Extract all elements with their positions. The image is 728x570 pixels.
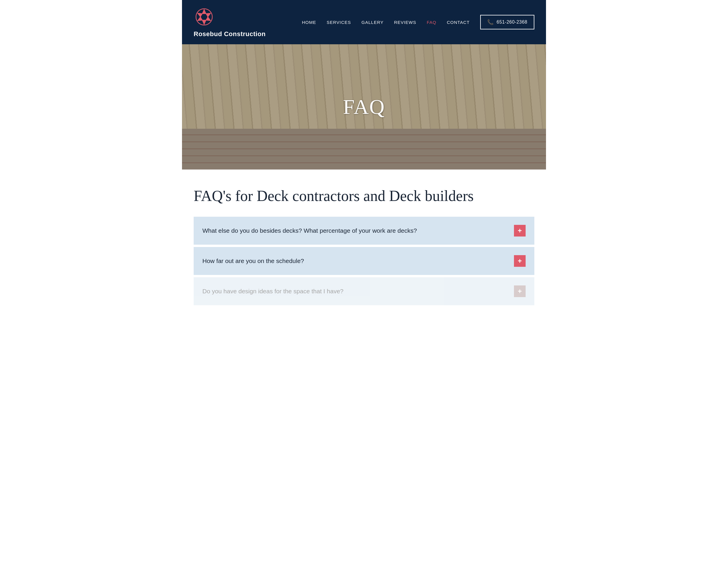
faq-question-2: How far out are you on the schedule?: [203, 258, 304, 264]
site-header: Rosebud Construction HOME SERVICES GALLE…: [182, 0, 546, 44]
nav-faq[interactable]: FAQ: [427, 20, 436, 25]
header-left: Rosebud Construction: [194, 6, 266, 38]
phone-number: 651-260-2368: [496, 19, 527, 25]
section-title: FAQ's for Deck contractors and Deck buil…: [194, 187, 534, 205]
faq-question-3: Do you have design ideas for the space t…: [203, 288, 344, 295]
nav-gallery[interactable]: GALLERY: [361, 20, 383, 25]
hero-section: FAQ: [182, 44, 546, 170]
faq-toggle-1[interactable]: +: [514, 225, 525, 237]
faq-question-1: What else do you do besides decks? What …: [203, 227, 417, 234]
faq-item-2[interactable]: How far out are you on the schedule? +: [194, 247, 534, 275]
nav-home[interactable]: HOME: [302, 20, 316, 25]
nav-services[interactable]: SERVICES: [327, 20, 351, 25]
hero-title: FAQ: [343, 95, 385, 119]
faq-toggle-2[interactable]: +: [514, 255, 525, 267]
faq-list: What else do you do besides decks? What …: [194, 217, 534, 305]
brand-name: Rosebud Construction: [194, 30, 266, 38]
svg-point-0: [201, 14, 207, 20]
faq-item-1[interactable]: What else do you do besides decks? What …: [194, 217, 534, 245]
hero-overlay: FAQ: [182, 44, 546, 170]
logo-icon: [194, 6, 215, 27]
phone-icon: 📞: [487, 19, 494, 25]
main-content: FAQ's for Deck contractors and Deck buil…: [182, 170, 546, 317]
nav-reviews[interactable]: REVIEWS: [394, 20, 416, 25]
phone-button[interactable]: 📞 651-260-2368: [480, 15, 534, 29]
faq-toggle-3[interactable]: +: [514, 285, 525, 297]
main-nav: HOME SERVICES GALLERY REVIEWS FAQ CONTAC…: [302, 15, 534, 29]
faq-item-3[interactable]: Do you have design ideas for the space t…: [194, 277, 534, 305]
nav-contact[interactable]: CONTACT: [447, 20, 469, 25]
